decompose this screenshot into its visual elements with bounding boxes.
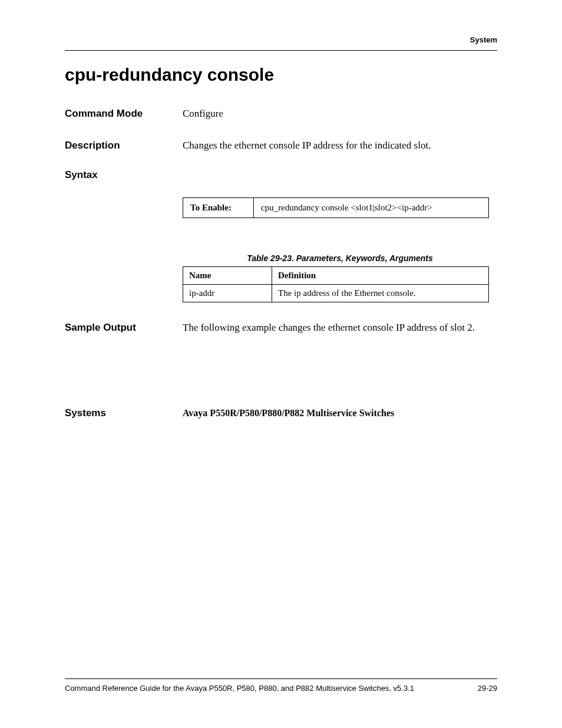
systems-value: Avaya P550R/P580/P880/P882 Multiservice … [183,406,394,420]
header-rule [65,50,497,51]
command-mode-value: Configure [183,106,223,121]
command-mode-label: Command Mode [65,108,183,120]
header-section-label: System [65,35,497,50]
systems-label: Systems [65,407,183,419]
params-header-definition: Definition [272,267,489,285]
footer-left-text: Command Reference Guide for the Avaya P5… [65,684,414,693]
params-table-caption: Table 29-23. Parameters, Keywords, Argum… [183,253,497,263]
row-command-mode: Command Mode Configure [65,106,497,121]
row-sample-output: Sample Output The following example chan… [65,320,497,335]
row-description: Description Changes the ethernet console… [65,138,497,153]
params-header-name: Name [183,267,272,285]
params-table-block: Table 29-23. Parameters, Keywords, Argum… [183,253,497,302]
description-label: Description [65,140,183,151]
syntax-table: To Enable: cpu_redundancy console <slot1… [183,197,489,218]
syntax-table-block: To Enable: cpu_redundancy console <slot1… [183,197,497,218]
table-header-row: Name Definition [183,267,489,285]
row-systems: Systems Avaya P550R/P580/P880/P882 Multi… [65,406,497,420]
syntax-label: Syntax [65,169,183,181]
params-cell-definition: The ip address of the Ethernet console. [272,285,489,302]
params-table: Name Definition ip-addr The ip address o… [183,266,489,302]
footer-page-number: 29-29 [478,684,497,693]
table-row: ip-addr The ip address of the Ethernet c… [183,285,489,302]
sample-output-label: Sample Output [65,322,183,334]
page-content: System cpu-redundancy console Command Mo… [0,0,562,420]
page-footer: Command Reference Guide for the Avaya P5… [65,678,497,693]
description-value: Changes the ethernet console IP address … [183,138,431,153]
footer-rule [65,678,497,679]
syntax-toenable-value: cpu_redundancy console <slot1|slot2><ip-… [253,198,488,218]
page-title: cpu-redundancy console [65,65,497,85]
row-syntax: Syntax [65,169,497,181]
params-cell-name: ip-addr [183,285,272,302]
sample-output-value: The following example changes the ethern… [183,320,475,335]
syntax-toenable-label: To Enable: [183,198,254,218]
